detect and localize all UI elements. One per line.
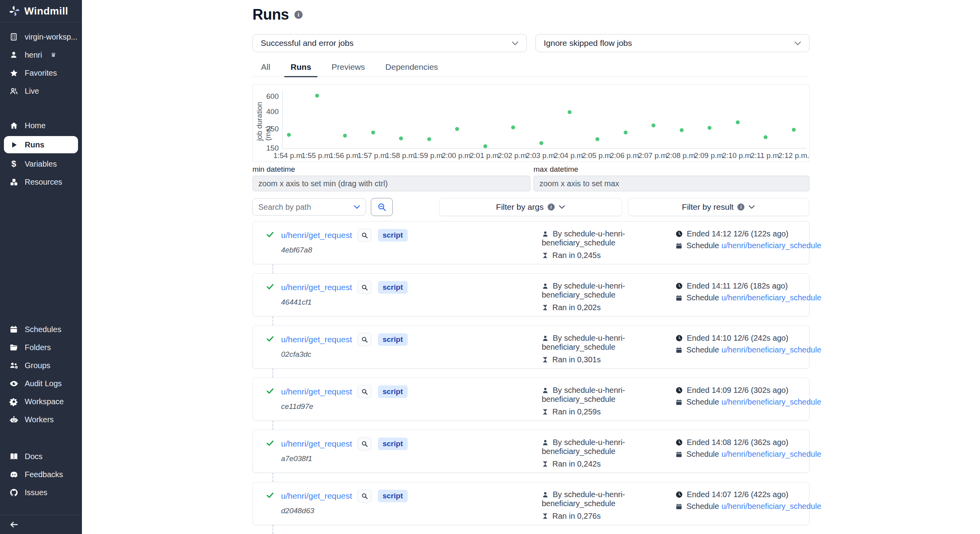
chart-plot[interactable]: 1502504006001:54 p.m.1:55 p.m.1:56 p.m.1… xyxy=(253,85,809,162)
sidebar-item-variables[interactable]: $ Variables xyxy=(0,155,82,173)
sidebar-item-home[interactable]: Home xyxy=(0,116,82,134)
run-card[interactable]: u/henri/get_request script ce11d97e By s… xyxy=(252,378,809,421)
schedule-link[interactable]: u/henri/beneficiary_schedule xyxy=(721,241,821,250)
max-datetime-input[interactable] xyxy=(534,176,809,191)
calendar-icon xyxy=(9,325,19,334)
magnifier-icon xyxy=(361,388,368,395)
schedule-link[interactable]: u/henri/beneficiary_schedule xyxy=(721,398,821,407)
tab-all[interactable]: All xyxy=(260,60,272,76)
run-path-link[interactable]: u/henri/get_request xyxy=(281,231,352,240)
collapse-sidebar-button[interactable] xyxy=(0,515,82,534)
run-schedule: Schedule u/henri/beneficiary_schedule xyxy=(675,450,821,459)
groups-icon xyxy=(9,361,19,370)
run-inspect-button[interactable] xyxy=(358,281,372,294)
run-path-link[interactable]: u/henri/get_request xyxy=(281,387,352,396)
zoom-out-button[interactable] xyxy=(371,198,393,216)
sidebar-item-resources[interactable]: Resources xyxy=(0,173,82,191)
sidebar-item-folders[interactable]: Folders xyxy=(0,338,82,356)
filter-by-args-button[interactable]: Filter by args i xyxy=(439,198,622,216)
skip-filter-select[interactable]: Ignore skipped flow jobs xyxy=(535,34,809,52)
run-inspect-button[interactable] xyxy=(358,333,372,346)
hourglass-icon xyxy=(542,512,548,520)
chart-point xyxy=(511,125,515,129)
chart-point xyxy=(708,126,711,130)
run-card[interactable]: u/henri/get_request script d2048d63 By s… xyxy=(252,482,809,525)
run-inspect-button[interactable] xyxy=(358,385,372,398)
windmill-logo-icon xyxy=(9,5,20,17)
run-duration: Ran in 0,276s xyxy=(542,512,663,521)
sidebar-item-runs[interactable]: Runs xyxy=(4,136,78,153)
run-ended: Ended 14:07 12/6 (422s ago) xyxy=(675,490,821,499)
tab-previews[interactable]: Previews xyxy=(330,60,367,76)
user-icon xyxy=(9,51,19,59)
brand[interactable]: Windmill xyxy=(0,0,82,22)
zoom-out-icon xyxy=(377,202,387,212)
run-ended: Ended 14:12 12/6 (122s ago) xyxy=(675,229,821,238)
run-kind-badge: script xyxy=(378,333,408,346)
building-icon xyxy=(9,33,19,41)
run-duration: Ran in 0,259s xyxy=(542,407,663,416)
sidebar-item-docs[interactable]: Docs xyxy=(0,447,82,465)
clock-icon xyxy=(675,491,683,498)
run-card[interactable]: u/henri/get_request script 02cfa3dc By s… xyxy=(252,325,809,369)
hourglass-icon xyxy=(542,460,548,468)
run-duration: Ran in 0,242s xyxy=(542,460,663,469)
filter-by-result-button[interactable]: Filter by result i xyxy=(628,198,809,216)
sidebar-item-workspace[interactable]: virgin-worksp... xyxy=(0,28,82,46)
dollar-icon: $ xyxy=(9,159,19,169)
sidebar-item-favorites[interactable]: Favorites xyxy=(0,64,82,82)
person-icon xyxy=(542,231,549,238)
run-path-link[interactable]: u/henri/get_request xyxy=(281,491,352,501)
sidebar-item-schedules[interactable]: Schedules xyxy=(0,320,82,338)
run-connector xyxy=(272,369,273,378)
sidebar-item-label: Feedbacks xyxy=(25,470,63,479)
sidebar-item-audit-logs[interactable]: Audit Logs xyxy=(0,374,82,392)
run-card[interactable]: u/henri/get_request script 4ebf67a8 By s… xyxy=(252,221,809,264)
sidebar-item-workspace-settings[interactable]: Workspace xyxy=(0,392,82,410)
run-card[interactable]: u/henri/get_request script 46441cf1 By s… xyxy=(252,273,809,316)
page-title: Runs xyxy=(252,6,289,23)
min-datetime-input[interactable] xyxy=(252,176,530,191)
run-path-link[interactable]: u/henri/get_request xyxy=(281,283,352,292)
sidebar-item-issues[interactable]: Issues xyxy=(0,483,82,501)
person-icon xyxy=(542,283,549,290)
run-inspect-button[interactable] xyxy=(358,229,372,242)
schedule-link[interactable]: u/henri/beneficiary_schedule xyxy=(721,345,821,354)
sidebar-item-label: Resources xyxy=(25,178,62,187)
run-path-link[interactable]: u/henri/get_request xyxy=(281,439,352,449)
info-icon[interactable]: i xyxy=(294,11,303,19)
schedule-link[interactable]: u/henri/beneficiary_schedule xyxy=(721,502,821,511)
success-check-icon xyxy=(266,282,274,291)
sidebar-item-user[interactable]: henri ♛ xyxy=(0,46,82,64)
magnifier-icon xyxy=(361,492,368,499)
run-id: 4ebf67a8 xyxy=(281,246,408,254)
run-inspect-button[interactable] xyxy=(358,489,372,503)
run-inspect-button[interactable] xyxy=(358,437,372,450)
crown-icon: ♛ xyxy=(51,51,56,58)
sidebar-item-groups[interactable]: Groups xyxy=(0,356,82,374)
sidebar-item-label: Favorites xyxy=(25,69,57,78)
sidebar-item-label: Schedules xyxy=(25,325,61,334)
run-path-link[interactable]: u/henri/get_request xyxy=(281,335,352,344)
success-check-icon xyxy=(266,491,274,499)
chart-point xyxy=(287,133,291,137)
run-card[interactable]: u/henri/get_request script a7e038f1 By s… xyxy=(252,430,809,473)
sidebar: Windmill virgin-worksp... henri ♛ F xyxy=(0,0,82,534)
sidebar-item-feedbacks[interactable]: Feedbacks xyxy=(0,465,82,483)
run-ended: Ended 14:08 12/6 (362s ago) xyxy=(675,438,821,447)
sidebar-item-live[interactable]: Live xyxy=(0,82,82,100)
tab-runs[interactable]: Runs xyxy=(289,60,313,76)
home-icon xyxy=(9,121,19,130)
schedule-link[interactable]: u/henri/beneficiary_schedule xyxy=(721,450,821,459)
search-by-path-select[interactable]: Search by path xyxy=(252,198,366,216)
robot-icon xyxy=(9,415,19,424)
person-icon xyxy=(542,439,549,446)
schedule-link[interactable]: u/henri/beneficiary_schedule xyxy=(721,293,821,302)
chart-point xyxy=(568,110,572,114)
run-id: ce11d97e xyxy=(281,402,408,411)
sidebar-item-workers[interactable]: Workers xyxy=(0,410,82,429)
tab-dependencies[interactable]: Dependencies xyxy=(384,60,439,76)
person-icon xyxy=(542,335,549,342)
chart-point xyxy=(427,137,431,141)
job-filter-select[interactable]: Successful and error jobs xyxy=(252,34,527,52)
